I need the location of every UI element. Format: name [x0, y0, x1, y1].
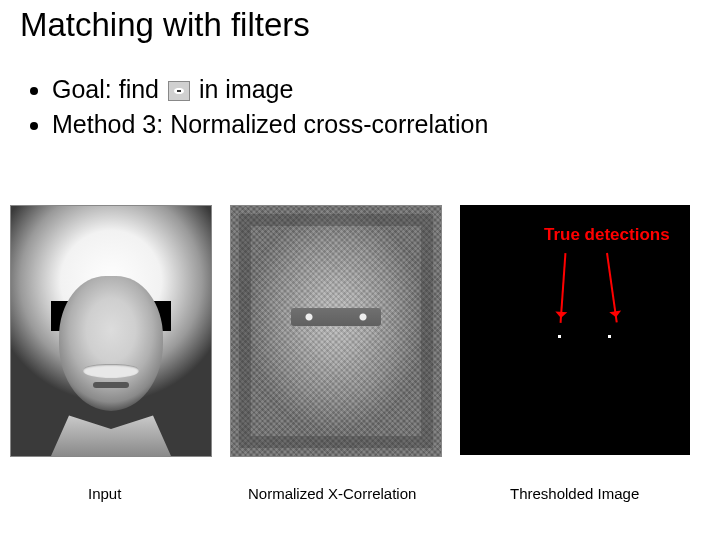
- thresholded-panel: True detections: [460, 205, 690, 465]
- ncc-image: [230, 205, 442, 457]
- face-region: [59, 276, 163, 411]
- arrow-icon: [560, 253, 567, 323]
- slide-title: Matching with filters: [20, 6, 310, 44]
- caption-thresh: Thresholded Image: [510, 485, 639, 502]
- goal-suffix: in image: [199, 75, 294, 103]
- bullet-goal: Goal: find in image: [52, 72, 488, 107]
- input-panel: [10, 205, 212, 465]
- goal-prefix: Goal: find: [52, 75, 159, 103]
- input-image: [10, 205, 212, 457]
- caption-input: Input: [88, 485, 121, 502]
- slide: Matching with filters Goal: find in imag…: [0, 0, 720, 540]
- mouth-region: [93, 382, 129, 388]
- image-row: True detections: [10, 205, 710, 465]
- mustache-region: [83, 364, 139, 378]
- caption-ncc: Normalized X-Correlation: [248, 485, 416, 502]
- ncc-eye-band: [291, 308, 381, 326]
- bullet-method: Method 3: Normalized cross-correlation: [52, 107, 488, 142]
- bullet-list: Goal: find in image Method 3: Normalized…: [28, 72, 488, 142]
- eye-icon: [168, 81, 190, 101]
- true-detections-label: True detections: [544, 225, 670, 245]
- detection-dot: [608, 335, 611, 338]
- collar-region: [51, 411, 171, 456]
- thresholded-image: True detections: [460, 205, 690, 455]
- ncc-border: [239, 214, 433, 448]
- detection-dot: [558, 335, 561, 338]
- arrow-icon: [606, 253, 618, 323]
- ncc-panel: [230, 205, 442, 465]
